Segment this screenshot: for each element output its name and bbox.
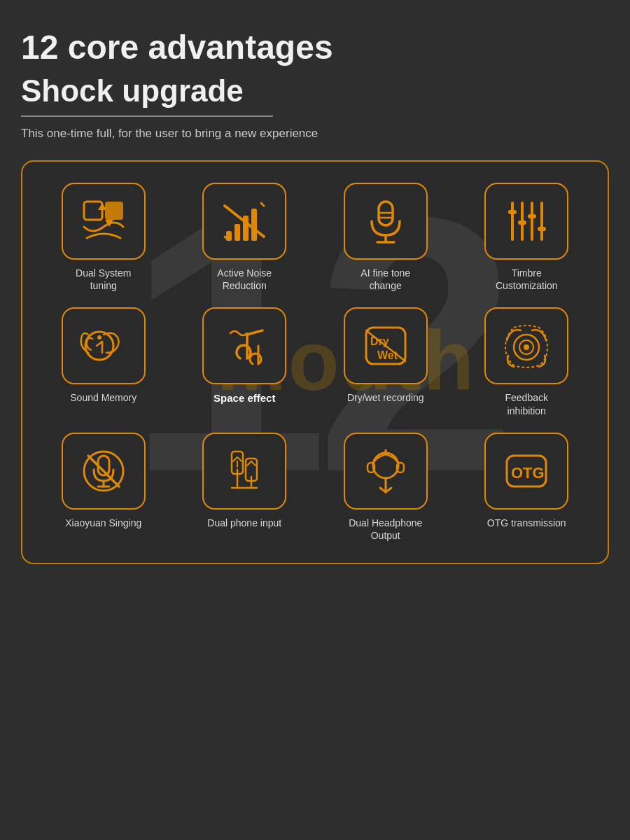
feature-dual-phone: Dual phone input (178, 433, 312, 542)
feature-label-sound-memory: Sound Memory (70, 391, 136, 404)
feature-label-xiaoyuan: Xiaoyuan Singing (65, 517, 141, 529)
svg-point-47 (373, 453, 398, 478)
svg-rect-1 (105, 202, 123, 220)
sound-memory-icon (78, 321, 129, 371)
feature-label-noise: Active Noise Reduction (202, 267, 286, 292)
feature-dual-system-tuning: Dual System tuning (36, 183, 171, 292)
dry-wet-icon: Dry Wet (360, 321, 411, 371)
feature-label-headphone-output: Dual Headphone Output (344, 517, 428, 542)
feature-otg: OTG OTG transmission (460, 433, 594, 542)
feature-label-otg: OTG transmission (487, 517, 566, 529)
feature-headphone-output: Dual Headphone Output (318, 433, 453, 542)
feature-icon-box-headphone (344, 433, 428, 510)
svg-rect-15 (508, 210, 517, 214)
feature-label-dual-phone: Dual phone input (207, 517, 281, 529)
feature-space-effect: Space effect (178, 307, 312, 416)
feedback-icon (501, 321, 552, 371)
mute-mic-icon (78, 446, 129, 496)
feature-label-feedback: Feedback inhibition (484, 391, 568, 416)
headphone-output-icon (360, 446, 411, 496)
feature-icon-box-space (202, 307, 286, 384)
feature-feedback: Feedback inhibition (460, 307, 594, 416)
svg-rect-3 (234, 224, 240, 241)
dual-phone-icon (219, 446, 270, 496)
features-box: 12 Mouth Dual System tuning (21, 160, 609, 564)
divider (21, 115, 273, 117)
feature-label-ai-tone: AI fine tone change (344, 267, 428, 292)
feature-label-timbre: Timbre Customization (484, 267, 568, 292)
page-title: 12 core advantages (21, 28, 609, 66)
svg-rect-0 (84, 202, 102, 220)
svg-text:OTG: OTG (511, 464, 545, 482)
microphone-icon (360, 196, 411, 246)
feature-ai-tone: AI fine tone change (318, 183, 453, 292)
feature-icon-box-feedback (484, 307, 568, 384)
feature-icon-box-xiaoyuan (62, 433, 146, 510)
svg-line-7 (261, 203, 264, 206)
otg-icon: OTG (501, 446, 552, 496)
feature-icon-box-noise (202, 183, 286, 260)
feature-label-dual-system: Dual System tuning (62, 267, 146, 292)
feature-xiaoyuan: Xiaoyuan Singing (36, 433, 171, 542)
feature-icon-box-otg: OTG (484, 433, 568, 510)
feature-icon-box-dry-wet: Dry Wet (344, 307, 428, 384)
dual-system-icon (78, 196, 129, 246)
music-note-icon (219, 321, 270, 371)
feature-active-noise: Active Noise Reduction (178, 183, 312, 292)
feature-icon-box-ai-tone (344, 183, 428, 260)
svg-rect-19 (528, 214, 536, 218)
svg-point-23 (97, 335, 102, 340)
feature-icon-box-sound-memory (62, 307, 146, 384)
section-title: Shock upgrade (21, 74, 609, 108)
svg-text:Wet: Wet (377, 349, 398, 361)
svg-point-35 (524, 344, 529, 350)
svg-rect-5 (251, 209, 257, 241)
subtitle: This one-time full, for the user to brin… (21, 127, 609, 141)
equalizer-icon (501, 196, 552, 246)
feature-timbre: Timbre Customization (460, 183, 594, 292)
features-grid: Dual System tuning Active Noise Reductio… (36, 183, 594, 542)
feature-dry-wet: Dry Wet Dry/wet recording (318, 307, 453, 416)
svg-line-27 (247, 330, 262, 335)
feature-label-dry-wet: Dry/wet recording (347, 391, 424, 404)
feature-icon-box-dual-phone (202, 433, 286, 510)
feature-sound-memory: Sound Memory (36, 307, 171, 416)
noise-reduction-icon (219, 196, 270, 246)
feature-icon-box-dual-system (62, 183, 146, 260)
svg-rect-17 (518, 220, 526, 225)
feature-icon-box-timbre (484, 183, 568, 260)
svg-rect-21 (538, 227, 546, 231)
feature-label-space-effect: Space effect (214, 391, 275, 405)
